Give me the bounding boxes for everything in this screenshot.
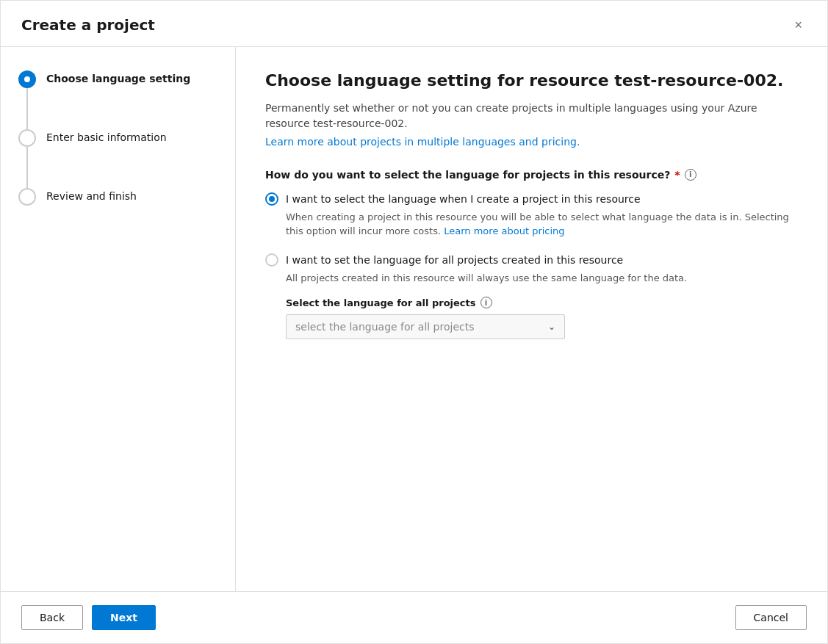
required-star: * [674,169,680,181]
dialog-footer: Back Next Cancel [1,591,827,643]
step-1-connector [18,70,36,129]
radio-option-2: I want to set the language for all proje… [265,253,798,340]
radio-label-1: I want to select the language when I cre… [286,193,641,205]
cancel-button[interactable]: Cancel [735,605,807,630]
create-project-dialog: Create a project × Choose language setti… [0,0,828,644]
radio-description-1: When creating a project in this resource… [286,210,798,239]
sub-label-language: Select the language for all projects i [286,297,798,308]
wizard-main: Choose language setting for resource tes… [236,47,827,591]
radio-row-2[interactable]: I want to set the language for all proje… [265,253,798,267]
dialog-body: Choose language setting Enter basic info… [1,47,827,591]
step-3-label: Review and finish [46,188,137,204]
sub-label-info-icon[interactable]: i [480,297,492,308]
wizard-sidebar: Choose language setting Enter basic info… [1,47,236,591]
wizard-step-1: Choose language setting [18,70,217,129]
step-1-line [26,88,28,129]
step-2-connector [18,129,36,188]
language-dropdown[interactable]: select the language for all projects ⌄ [286,314,565,339]
question-label: How do you want to select the language f… [265,169,798,181]
radio-description-2: All projects created in this resource wi… [286,271,798,286]
step-2-label: Enter basic information [46,129,167,145]
wizard-step-3: Review and finish [18,188,217,206]
section-title: Choose language setting for resource tes… [265,70,798,92]
radio-desc-text-2: All projects created in this resource wi… [286,272,687,283]
close-button[interactable]: × [790,15,807,35]
radio-input-1[interactable] [265,192,278,206]
radio-option-1: I want to select the language when I cre… [265,192,798,239]
step-1-circle [18,70,36,88]
dialog-title: Create a project [21,16,155,34]
radio-row-1[interactable]: I want to select the language when I cre… [265,192,798,206]
step-2-line [26,147,28,188]
language-dropdown-placeholder: select the language for all projects [295,321,475,333]
wizard-step-2: Enter basic information [18,129,217,188]
next-button[interactable]: Next [92,605,156,630]
step-2-circle [18,129,36,147]
back-button[interactable]: Back [21,605,83,630]
sub-label-text: Select the language for all projects [286,297,476,308]
section-desc: Permanently set whether or not you can c… [265,101,798,131]
dialog-header: Create a project × [1,1,827,47]
step-1-label: Choose language setting [46,70,190,87]
radio-input-2[interactable] [265,253,278,267]
question-text: How do you want to select the language f… [265,169,670,181]
step-3-circle [18,188,36,206]
pricing-link[interactable]: Learn more about pricing [444,225,564,236]
radio-label-2: I want to set the language for all proje… [286,254,623,266]
question-info-icon[interactable]: i [685,169,696,181]
chevron-down-icon: ⌄ [548,322,555,332]
step-3-connector [18,188,36,206]
section-link[interactable]: Learn more about projects in multiple la… [265,136,580,148]
